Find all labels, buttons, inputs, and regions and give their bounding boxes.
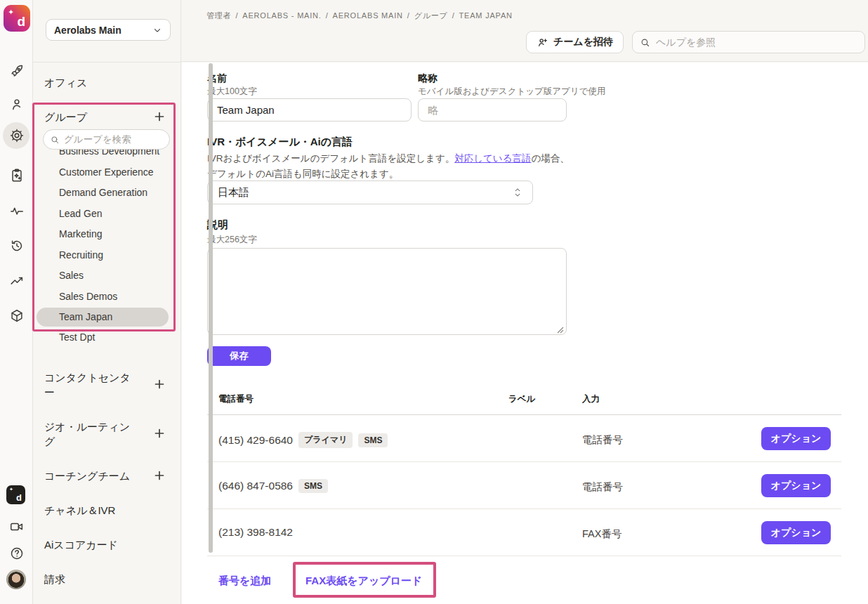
primary-badge: プライマリ	[298, 432, 353, 448]
icon-rail: ✦ d ✦ d	[0, 0, 33, 604]
search-icon	[50, 135, 60, 145]
gear-icon[interactable]	[0, 123, 33, 148]
group-item[interactable]: Customer Experience	[33, 162, 173, 183]
language-select-value: 日本語	[218, 186, 513, 199]
search-icon	[640, 37, 650, 48]
col-type: 入力	[582, 393, 600, 405]
options-button[interactable]: オプション	[761, 521, 831, 544]
description-hint: 最大256文字	[207, 234, 257, 246]
sidebar-scrollbar[interactable]	[209, 63, 213, 553]
rocket-icon[interactable]	[0, 59, 33, 84]
workspace-selector[interactable]: Aerolabs Main	[46, 19, 171, 41]
supported-languages-link[interactable]: 対応している言語	[454, 153, 531, 164]
phone-number: (213) 398-8142	[218, 526, 293, 539]
group-item[interactable]: Lead Gen	[33, 204, 173, 225]
clipboard-ai-icon[interactable]	[0, 163, 33, 188]
group-item[interactable]: Demand Generation	[33, 183, 173, 204]
sparkle-icon: ✦	[8, 8, 14, 17]
breadcrumb-item[interactable]: 管理者	[206, 11, 231, 20]
breadcrumb-item[interactable]: AEROLABS - MAIN.	[242, 11, 321, 20]
group-item[interactable]: Business Development	[33, 150, 173, 162]
table-footer-links: 番号を追加 FAX表紙をアップロード	[207, 556, 841, 598]
short-name-label: 略称	[418, 72, 438, 85]
activity-icon[interactable]	[0, 198, 33, 223]
dialpad-app-icon[interactable]: ✦ d	[6, 485, 25, 504]
group-search-input[interactable]	[64, 134, 162, 145]
name-input[interactable]	[207, 98, 412, 122]
trending-up-icon[interactable]	[0, 268, 33, 294]
sidebar-item-geo-routing[interactable]: ジオ・ルーティング	[44, 419, 136, 449]
sidebar-item-office[interactable]: オフィス	[44, 75, 87, 90]
options-button[interactable]: オプション	[761, 474, 831, 497]
group-item[interactable]: Sales	[33, 265, 173, 287]
upload-fax-cover-link[interactable]: FAX表紙をアップロード	[305, 575, 422, 588]
name-hint: 最大100文字	[207, 86, 257, 98]
invite-team-button[interactable]: チームを招待	[526, 31, 624, 53]
group-item[interactable]: Marketing	[33, 224, 173, 245]
logo-letter: d	[16, 492, 22, 503]
breadcrumb-item[interactable]: AEROLABS MAIN	[333, 11, 403, 20]
breadcrumb: 管理者/AEROLABS - MAIN./AEROLABS MAIN/グループ/…	[206, 11, 513, 21]
expand-geo-routing-icon[interactable]	[154, 428, 165, 439]
save-button[interactable]: 保存	[207, 346, 271, 366]
breadcrumb-item-current: TEAM JAPAN	[459, 11, 513, 20]
phone-number-table: 電話番号 ラベル 入力 (415) 429-6640 プライマリ SMS 電話番…	[207, 383, 841, 598]
user-avatar[interactable]	[6, 570, 26, 589]
group-item-selected[interactable]: Team Japan	[37, 308, 169, 327]
dialpad-logo[interactable]: ✦ d	[4, 5, 30, 32]
group-item[interactable]: Recruiting	[33, 245, 173, 266]
select-chevrons-icon	[513, 187, 522, 198]
options-button[interactable]: オプション	[761, 427, 831, 450]
logo-letter: d	[17, 14, 25, 29]
sparkle-icon: ✦	[9, 487, 13, 492]
number-type: 電話番号	[582, 433, 623, 447]
sidebar-item-billing[interactable]: 請求	[44, 572, 65, 586]
table-row: (213) 398-8142 FAX番号 オプション	[207, 509, 841, 556]
short-name-hint: モバイル版およびデスクトップ版アプリで使用	[418, 86, 605, 98]
table-row: (646) 847-0586 SMS 電話番号 オプション	[207, 462, 841, 509]
language-section-title: IVR・ボイスメール・Aiの言語	[207, 136, 353, 149]
sidebar-item-coaching-team[interactable]: コーチングチーム	[44, 468, 136, 483]
add-number-link[interactable]: 番号を追加	[218, 575, 271, 588]
sms-badge: SMS	[298, 479, 328, 493]
add-group-icon[interactable]	[154, 111, 165, 122]
col-phone-number: 電話番号	[218, 393, 254, 405]
groups-section-title[interactable]: グループ	[44, 110, 87, 124]
phone-number: (646) 847-0586 SMS	[218, 479, 328, 493]
help-search-input[interactable]	[656, 37, 857, 48]
group-item[interactable]: Test Dpt	[33, 327, 173, 348]
chevron-down-icon	[152, 25, 162, 35]
top-bar: 管理者/AEROLABS - MAIN./AEROLABS MAIN/グループ/…	[181, 0, 868, 62]
group-settings-panel: 名前 最大100文字 略称 モバイル版およびデスクトップ版アプリで使用 IVR・…	[182, 63, 868, 604]
video-camera-icon[interactable]	[0, 514, 33, 539]
invite-team-label: チームを招待	[553, 36, 613, 48]
group-list: Business Development Customer Experience…	[33, 150, 173, 349]
group-search[interactable]	[43, 129, 170, 150]
workspace-name: Aerolabs Main	[54, 25, 152, 36]
col-label: ラベル	[508, 393, 535, 405]
settings-sidebar: Aerolabs Main オフィス グループ Business Develop…	[33, 0, 181, 604]
sidebar-item-contact-center[interactable]: コンタクトセンター	[44, 370, 132, 400]
group-item[interactable]: Sales Demos	[33, 287, 173, 308]
help-icon[interactable]	[0, 541, 33, 566]
breadcrumb-item[interactable]: グループ	[414, 11, 448, 20]
description-textarea[interactable]	[207, 248, 567, 335]
expand-coaching-team-icon[interactable]	[154, 470, 165, 481]
table-row: (415) 429-6640 プライマリ SMS 電話番号 オプション	[207, 415, 841, 462]
language-description: IVRおよびボイスメールのデフォルト言語を設定します。対応している言語の場合、デ…	[207, 151, 571, 181]
history-icon[interactable]	[0, 233, 33, 258]
user-icon[interactable]	[0, 92, 33, 117]
sidebar-item-channel-ivr[interactable]: チャネル＆IVR	[44, 503, 115, 518]
number-type: FAX番号	[582, 527, 622, 541]
sms-badge: SMS	[358, 433, 388, 447]
package-icon[interactable]	[0, 303, 33, 329]
short-name-input[interactable]	[418, 98, 567, 122]
number-type: 電話番号	[582, 480, 623, 494]
expand-contact-center-icon[interactable]	[154, 379, 165, 390]
table-header: 電話番号 ラベル 入力	[207, 383, 841, 415]
help-search[interactable]	[632, 31, 865, 53]
language-select[interactable]: 日本語	[207, 180, 533, 204]
sidebar-item-ai-scorecard[interactable]: Aiスコアカード	[44, 537, 118, 552]
sidebar-divider	[33, 62, 181, 63]
user-plus-icon	[537, 37, 548, 48]
